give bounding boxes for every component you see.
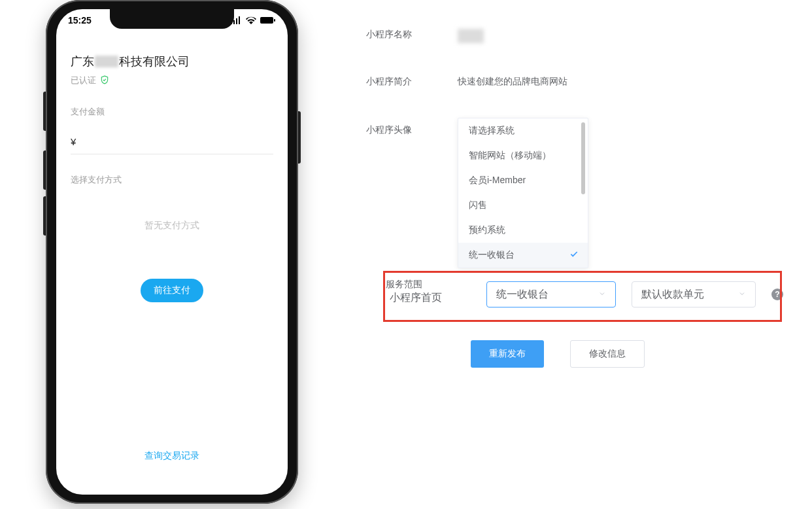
phone-content: 广东科技有限公司 已认证 支付金额 ¥ 选择支付方式 暂无支付方式 前往支付 查… bbox=[56, 42, 288, 495]
svg-rect-0 bbox=[260, 17, 273, 24]
cert-label: 已认证 bbox=[71, 75, 96, 86]
row-home: 小程序首页 统一收银台 默认收款单元 ? bbox=[390, 281, 783, 307]
row-name: 小程序名称 bbox=[366, 26, 785, 43]
home-unit-select[interactable]: 默认收款单元 bbox=[632, 281, 756, 307]
svg-rect-1 bbox=[274, 19, 275, 22]
chevron-down-icon bbox=[598, 289, 606, 300]
phone-screen: 15:25 广东科技有限公司 已认证 支付金额 ¥ 选择支付方式 bbox=[56, 9, 288, 495]
system-option-booking[interactable]: 预约系统 bbox=[458, 218, 588, 243]
system-option-imember[interactable]: 会员i-Member bbox=[458, 168, 588, 193]
system-option-placeholder[interactable]: 请选择系统 bbox=[458, 118, 588, 143]
home-unit-value: 默认收款单元 bbox=[641, 288, 704, 302]
value-name bbox=[458, 26, 484, 43]
battery-icon bbox=[260, 16, 276, 24]
home-system-select[interactable]: 统一收银台 bbox=[486, 281, 616, 307]
modify-button[interactable]: 修改信息 bbox=[570, 340, 645, 368]
query-link-label: 查询交易记录 bbox=[144, 450, 199, 461]
cert-status: 已认证 bbox=[71, 75, 273, 86]
modify-label: 修改信息 bbox=[589, 348, 626, 360]
row-desc: 小程序简介 快速创建您的品牌电商网站 bbox=[366, 73, 785, 88]
company-name: 广东科技有限公司 bbox=[71, 54, 273, 69]
check-icon bbox=[569, 250, 579, 261]
label-home: 小程序首页 bbox=[390, 285, 471, 305]
pay-button-label: 前往支付 bbox=[154, 285, 190, 296]
label-desc: 小程序简介 bbox=[366, 73, 458, 88]
chevron-down-icon bbox=[738, 289, 746, 300]
help-icon[interactable]: ? bbox=[771, 289, 783, 300]
shield-check-icon bbox=[100, 75, 109, 86]
system-option-smartsite[interactable]: 智能网站（移动端） bbox=[458, 143, 588, 168]
no-method-text: 暂无支付方式 bbox=[71, 220, 273, 232]
row-avatar: 小程序头像 请选择系统 智能网站（移动端） 会员i-Member 闪售 预约系统… bbox=[366, 118, 785, 268]
phone-notch bbox=[110, 9, 234, 29]
amount-input[interactable]: ¥ bbox=[71, 136, 273, 154]
label-name: 小程序名称 bbox=[366, 26, 458, 41]
status-icons bbox=[230, 16, 276, 24]
currency-symbol: ¥ bbox=[71, 136, 76, 147]
system-option-flashsale[interactable]: 闪售 bbox=[458, 193, 588, 218]
pay-button[interactable]: 前往支付 bbox=[141, 279, 203, 302]
method-label: 选择支付方式 bbox=[71, 174, 273, 186]
query-transactions-link[interactable]: 查询交易记录 bbox=[71, 450, 273, 482]
system-option-cashier[interactable]: 统一收银台 bbox=[458, 243, 588, 268]
help-symbol: ? bbox=[775, 290, 779, 299]
company-suffix: 科技有限公司 bbox=[119, 55, 190, 68]
label-avatar: 小程序头像 bbox=[366, 118, 458, 136]
redacted-text bbox=[95, 56, 118, 67]
company-prefix: 广东 bbox=[71, 55, 94, 68]
action-buttons: 重新发布 修改信息 bbox=[471, 340, 645, 368]
status-time: 15:25 bbox=[68, 15, 92, 26]
republish-button[interactable]: 重新发布 bbox=[471, 340, 544, 368]
home-system-value: 统一收银台 bbox=[496, 288, 549, 302]
redacted-name bbox=[458, 29, 484, 43]
wifi-icon bbox=[246, 16, 256, 24]
phone-mock: 15:25 广东科技有限公司 已认证 支付金额 ¥ 选择支付方式 bbox=[46, 0, 298, 504]
system-dropdown[interactable]: 请选择系统 智能网站（移动端） 会员i-Member 闪售 预约系统 统一收银台 bbox=[458, 118, 588, 268]
republish-label: 重新发布 bbox=[489, 348, 526, 360]
amount-label: 支付金额 bbox=[71, 106, 273, 118]
value-desc: 快速创建您的品牌电商网站 bbox=[458, 73, 567, 88]
